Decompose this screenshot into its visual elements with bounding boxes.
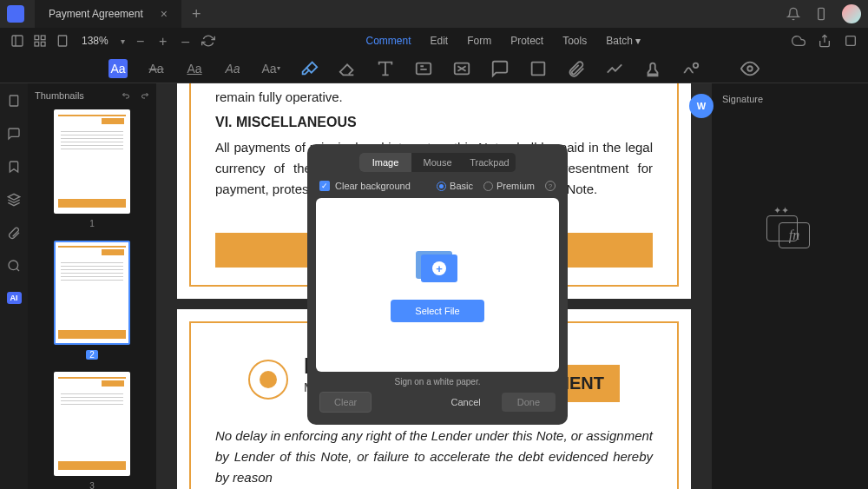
text-highlight-tool[interactable]: Aa	[108, 59, 128, 78]
user-avatar[interactable]	[842, 4, 861, 23]
clear-bg-checkbox[interactable]: ✓ Clear background	[319, 181, 411, 191]
attachment-icon[interactable]	[567, 59, 586, 78]
check-icon: ✓	[319, 181, 330, 191]
mobile-icon[interactable]	[814, 7, 828, 21]
page2-para: No delay in enforcing any right of the L…	[215, 426, 653, 488]
chevron-down-icon: ▾	[635, 35, 641, 47]
sidebar-toggle-icon[interactable]	[10, 34, 24, 48]
thumbnails-title: Thumbnails	[35, 90, 84, 101]
ribbon: Aa Aa Aa Aa Aa▾	[0, 54, 868, 83]
tab-batch[interactable]: Batch ▾	[606, 35, 641, 47]
modal-tab-trackpad[interactable]: Trackpad	[464, 153, 516, 172]
thumbnails-icon[interactable]	[7, 94, 21, 108]
thumbnail-page-3[interactable]	[54, 372, 130, 476]
strikethrough-tool[interactable]: Aa	[147, 59, 166, 78]
thumbnail-page-2[interactable]	[54, 241, 130, 345]
svg-rect-3	[35, 36, 39, 40]
svg-point-12	[694, 63, 699, 68]
clear-button[interactable]: Clear	[319, 392, 372, 413]
svg-line-16	[16, 268, 19, 271]
shape-icon[interactable]	[529, 59, 548, 78]
refresh-icon[interactable]	[201, 34, 215, 48]
page1-heading: VI. MISCELLANEOUS	[215, 115, 653, 130]
cancel-button[interactable]: Cancel	[437, 393, 494, 412]
grid-icon[interactable]	[33, 34, 47, 48]
new-tab-button[interactable]: +	[192, 5, 201, 23]
modal-tabs: Image Mouse Trackpad	[359, 153, 516, 172]
svg-rect-7	[58, 36, 66, 46]
underline-tool[interactable]: Aa	[185, 59, 204, 78]
zoom-level[interactable]: 138%	[82, 35, 108, 47]
select-file-button[interactable]: Select File	[391, 300, 483, 322]
zoom-in-icon[interactable]: +	[156, 34, 170, 48]
zoom-out-icon[interactable]: −	[134, 34, 148, 48]
cloud-icon[interactable]	[792, 34, 806, 48]
modal-tab-image[interactable]: Image	[359, 153, 411, 172]
radio-icon	[483, 182, 493, 191]
svg-rect-4	[41, 36, 45, 40]
svg-rect-11	[532, 62, 545, 75]
layers-icon[interactable]	[7, 193, 21, 207]
bell-icon[interactable]	[786, 7, 800, 21]
app-icon	[7, 5, 24, 23]
comments-icon[interactable]	[7, 127, 21, 141]
stamp-icon[interactable]	[643, 59, 662, 78]
redo-icon[interactable]	[139, 90, 149, 101]
zoom-reset-icon[interactable]: –	[179, 34, 193, 48]
company-logo	[248, 360, 288, 400]
tab-comment[interactable]: Comment	[365, 35, 411, 47]
hide-comments-icon[interactable]	[740, 59, 760, 78]
done-button[interactable]: Done	[502, 393, 556, 412]
svg-rect-14	[10, 96, 17, 106]
squiggly-tool[interactable]: Aa	[223, 59, 242, 78]
tab-protect[interactable]: Protect	[510, 35, 543, 47]
signature-icon[interactable]	[681, 59, 700, 78]
page1-text1: remain fully operative.	[215, 87, 653, 108]
search-icon[interactable]	[7, 259, 21, 273]
ai-button[interactable]: AI	[7, 292, 22, 304]
info-icon[interactable]: ?	[545, 181, 556, 191]
thumb-2-num: 2	[86, 350, 98, 360]
modal-dropzone[interactable]: + Select File	[316, 198, 559, 372]
right-panel: Signature ✦✦ fn	[712, 83, 868, 489]
highlighter-icon[interactable]	[299, 59, 319, 78]
tab-tools[interactable]: Tools	[562, 35, 587, 47]
attachments-icon[interactable]	[7, 226, 21, 240]
basic-radio[interactable]: Basic	[437, 181, 473, 191]
signature-empty-illustration: ✦✦ fn	[770, 208, 810, 248]
text-tool-icon[interactable]	[376, 59, 395, 78]
radio-checked-icon	[437, 182, 446, 191]
modal-tab-mouse[interactable]: Mouse	[411, 153, 464, 172]
caret-tool[interactable]: Aa▾	[261, 59, 280, 78]
page-view-icon[interactable]	[56, 34, 69, 48]
signature-modal: Image Mouse Trackpad ✓ Clear background …	[307, 144, 568, 425]
thumbnail-page-1[interactable]	[54, 109, 130, 214]
close-tab-icon[interactable]: ×	[161, 7, 168, 21]
signature-header: Signature	[722, 94, 858, 104]
measure-icon[interactable]	[605, 59, 624, 78]
print-icon[interactable]	[844, 34, 858, 48]
undo-icon[interactable]	[122, 90, 132, 101]
svg-rect-5	[35, 42, 39, 46]
note-icon[interactable]	[490, 59, 510, 78]
svg-rect-6	[41, 42, 45, 46]
eraser-icon[interactable]	[338, 59, 357, 78]
thumbnails-panel: Thumbnails 1 2 3	[28, 83, 156, 489]
floating-badge[interactable]: W	[689, 94, 713, 118]
textbox-icon[interactable]	[414, 59, 433, 78]
bookmark-icon[interactable]	[7, 160, 21, 174]
toolbar: 138% ▾ − + – Comment Edit Form Protect T…	[0, 28, 868, 54]
premium-radio[interactable]: Premium	[483, 181, 535, 191]
svg-rect-1	[12, 36, 23, 46]
zoom-chevron-icon[interactable]: ▾	[121, 36, 125, 46]
callout-icon[interactable]	[452, 59, 471, 78]
tab-label: Payment Agreement	[49, 8, 143, 20]
title-bar: Payment Agreement × +	[0, 0, 868, 28]
tab-form[interactable]: Form	[467, 35, 491, 47]
thumb-1-num: 1	[35, 219, 149, 228]
tab-edit[interactable]: Edit	[430, 35, 448, 47]
svg-point-13	[747, 66, 753, 71]
document-tab[interactable]: Payment Agreement ×	[35, 0, 181, 28]
modal-hint: Sign on a white paper.	[307, 377, 568, 387]
share-icon[interactable]	[818, 34, 832, 48]
